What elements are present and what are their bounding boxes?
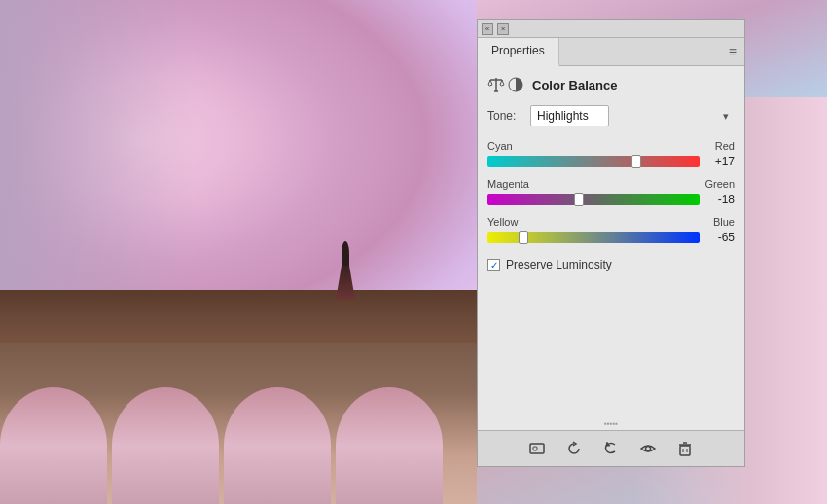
svg-point-6: [646, 447, 651, 451]
color-balance-label: Color Balance: [532, 78, 617, 92]
properties-panel: « × Properties ≡: [477, 19, 745, 467]
cyan-red-value: +17: [705, 155, 735, 168]
bridge-arch-3: [224, 387, 331, 504]
color-balance-icons: [487, 76, 524, 93]
mask-icon[interactable]: [527, 439, 547, 458]
bridge-body: [0, 343, 477, 504]
bridge-arch-2: [112, 387, 219, 504]
cyan-red-track[interactable]: [487, 156, 700, 167]
visibility-icon[interactable]: [638, 439, 658, 458]
cyan-red-thumb[interactable]: [631, 155, 641, 168]
yellow-blue-track[interactable]: [487, 232, 700, 243]
cyan-red-slider-row: +17: [487, 155, 735, 168]
yellow-blue-value: -65: [705, 231, 735, 244]
magenta-green-value: -18: [705, 193, 735, 206]
cyan-label: Cyan: [487, 140, 513, 152]
panel-title-controls: « ×: [482, 23, 509, 35]
bridge-top: [0, 290, 477, 348]
color-balance-header: Color Balance: [487, 76, 735, 93]
svg-rect-5: [533, 447, 537, 450]
tone-select-wrapper: Shadows Midtones Highlights: [530, 105, 735, 126]
yellow-blue-slider-group: Yellow Blue -65: [487, 216, 735, 244]
figure-cape: [336, 266, 355, 300]
bridge: [0, 290, 477, 504]
tone-label: Tone:: [487, 109, 522, 123]
magenta-green-slider-group: Magenta Green -18: [487, 178, 735, 206]
panel-tabs: Properties ≡: [478, 38, 744, 66]
panel-resize-handle[interactable]: ▪▪▪▪▪: [478, 417, 744, 430]
figure-body: [342, 241, 349, 266]
figure: [336, 241, 355, 300]
magenta-green-slider-row: -18: [487, 193, 735, 206]
magenta-label: Magenta: [487, 178, 529, 190]
cyan-red-slider-group: Cyan Red +17: [487, 140, 735, 168]
panel-menu-button[interactable]: ≡: [721, 38, 744, 65]
bridge-arch-4: [336, 387, 443, 504]
tone-select[interactable]: Shadows Midtones Highlights: [530, 105, 609, 126]
panel-toolbar: [478, 430, 744, 466]
delete-icon[interactable]: [675, 439, 695, 458]
tab-properties[interactable]: Properties: [478, 38, 559, 66]
magenta-green-track[interactable]: [487, 194, 700, 205]
yellow-blue-labels: Yellow Blue: [487, 216, 735, 228]
scales-icon: [487, 76, 505, 93]
red-label: Red: [715, 140, 735, 152]
magenta-green-thumb[interactable]: [574, 193, 584, 206]
yellow-blue-slider-row: -65: [487, 231, 735, 244]
svg-rect-7: [680, 446, 690, 455]
yellow-blue-thumb[interactable]: [519, 231, 528, 244]
magenta-green-labels: Magenta Green: [487, 178, 735, 190]
circular-arrow-icon[interactable]: [564, 439, 584, 458]
panel-titlebar: « ×: [478, 20, 744, 38]
yellow-label: Yellow: [487, 216, 518, 228]
blue-label: Blue: [713, 216, 735, 228]
preserve-luminosity-label: Preserve Luminosity: [506, 258, 612, 271]
half-circle-icon: [507, 76, 524, 93]
tone-row: Tone: Shadows Midtones Highlights: [487, 105, 735, 126]
panel-close-button[interactable]: ×: [497, 23, 509, 35]
cyan-red-labels: Cyan Red: [487, 140, 735, 152]
panel-content: Color Balance Tone: Shadows Midtones Hig…: [478, 66, 744, 417]
panel-collapse-button[interactable]: «: [482, 23, 493, 35]
bridge-arch-1: [0, 387, 107, 504]
preserve-luminosity-row: Preserve Luminosity: [487, 258, 735, 271]
preserve-luminosity-checkbox[interactable]: [487, 259, 500, 271]
green-label: Green: [704, 178, 735, 190]
reset-icon[interactable]: [601, 439, 621, 458]
